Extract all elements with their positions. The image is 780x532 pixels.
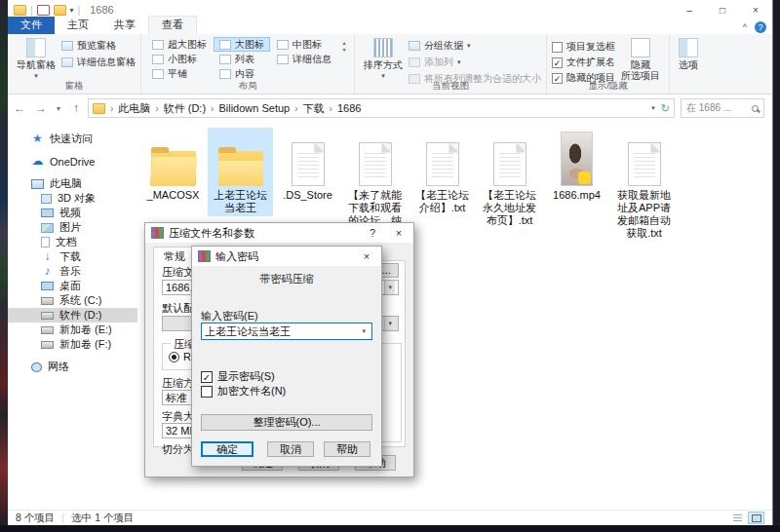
chevron-down-icon[interactable]: ▾ (359, 323, 369, 339)
search-input[interactable]: 在 1686 ... (681, 98, 764, 118)
help-icon[interactable]: ? (755, 21, 766, 33)
help-button[interactable]: 帮助 (324, 441, 370, 457)
icon-wrap (561, 130, 593, 186)
view-list[interactable]: 列表 (214, 52, 270, 66)
sidebar-item-pictures[interactable]: 图片 (8, 220, 137, 235)
back-button[interactable]: ← (10, 101, 29, 115)
dialog-help-icon[interactable]: ? (362, 227, 383, 239)
breadcrumb-drive-d[interactable]: 软件 (D:) (164, 101, 206, 116)
checkbox-checked-icon: ✓ (552, 57, 563, 68)
view-content[interactable]: 内容 (214, 66, 270, 81)
sidebar-item-videos[interactable]: 视频 (8, 206, 137, 220)
preview-pane-button[interactable]: 预览窗格 (61, 39, 136, 53)
details-view-toggle[interactable] (729, 512, 746, 524)
sidebar-item-quick-access[interactable]: ★快速访问 (8, 132, 137, 146)
collapse-ribbon-icon[interactable]: ^ (743, 22, 747, 32)
show-password-checkbox[interactable]: ✓ 显示密码(S) (201, 369, 275, 384)
refresh-icon[interactable]: ↻ (661, 102, 670, 115)
drive-icon (41, 326, 54, 334)
breadcrumb-bilidown[interactable]: Bilidown Setup (218, 102, 290, 114)
close-button[interactable]: × (739, 0, 772, 19)
file-item-dsstore[interactable]: .DS_Store (275, 128, 340, 204)
sidebar-item-drive-c[interactable]: 系统 (C:) (8, 293, 137, 308)
status-bar: 8 个项目 选中 1 个项目 (8, 510, 772, 525)
sidebar-item-music[interactable]: ♪音乐 (8, 264, 137, 279)
file-item-video[interactable]: 1686.mp4 (544, 128, 609, 204)
forward-button[interactable]: → (31, 101, 51, 115)
icons-view-toggle[interactable] (748, 512, 764, 524)
password-heading: 带密码压缩 (192, 272, 381, 286)
view-label: 大图标 (235, 38, 264, 52)
file-item-txt-4[interactable]: 获取最新地址及APP请发邮箱自动获取.txt (611, 128, 677, 242)
document-icon (493, 142, 526, 186)
view-extra-large-icons[interactable]: 超大图标 (146, 37, 213, 52)
details-pane-button[interactable]: 详细信息窗格 (61, 56, 136, 69)
sidebar-item-desktop[interactable]: 桌面 (8, 279, 137, 293)
sidebar-item-downloads[interactable]: ↓下载 (8, 249, 137, 264)
sort-by-button[interactable]: 排序方式 ▾ (360, 37, 407, 82)
dialog-title-bar[interactable]: 压缩文件名和参数 ? × (145, 223, 413, 243)
breadcrumb[interactable]: › 此电脑 › 软件 (D:) › Bilidown Setup › 下载 › … (88, 98, 675, 118)
view-tiles[interactable]: 平铺 (146, 66, 213, 81)
new-folder-icon[interactable] (54, 5, 66, 16)
properties-icon[interactable] (37, 5, 50, 16)
ok-button[interactable]: 确定 (201, 441, 254, 457)
options-button[interactable]: 选项 (675, 37, 702, 71)
drive-icon (41, 297, 54, 305)
breadcrumb-1686[interactable]: 1686 (337, 102, 361, 114)
tab-home[interactable]: 主页 (55, 17, 101, 34)
view-medium-icons[interactable]: 中图标 (271, 37, 337, 52)
sidebar-item-drive-e[interactable]: 新加卷 (E:) (8, 323, 137, 337)
file-item-macosx[interactable]: _MACOSX (140, 128, 206, 204)
dialog-title-bar[interactable]: 输入密码 × (192, 247, 381, 266)
tab-view[interactable]: 查看 (148, 16, 197, 34)
sidebar-item-onedrive[interactable]: ☁OneDrive (8, 154, 137, 169)
view-details[interactable]: 详细信息 (271, 52, 337, 66)
address-dropdown-icon[interactable]: ▾ (651, 104, 655, 112)
breadcrumb-this-pc[interactable]: 此电脑 (118, 101, 150, 116)
item-checkboxes-checkbox[interactable]: 项目复选框 (552, 40, 615, 54)
recent-locations-icon[interactable]: ▾ (53, 104, 64, 113)
minimize-button[interactable]: – (673, 0, 706, 19)
hide-selected-button[interactable]: 隐藏 所选项目 (617, 37, 664, 82)
file-label: 1686.mp4 (553, 189, 601, 202)
file-extensions-checkbox[interactable]: ✓ 文件扩展名 (552, 56, 615, 69)
password-input[interactable]: 上老王论坛当老王 ▾ (201, 323, 372, 340)
file-item-txt-2[interactable]: 【老王论坛介绍】.txt (410, 128, 475, 216)
cube-icon (41, 194, 52, 204)
dialog-close-icon[interactable]: × (356, 250, 377, 262)
dialog-close-icon[interactable]: × (388, 227, 410, 239)
file-item-txt-3[interactable]: 【老王论坛永久地址发布页】.txt (477, 128, 542, 229)
maximize-button[interactable]: □ (706, 0, 739, 19)
organize-passwords-button[interactable]: 整理密码(O)... (201, 414, 372, 431)
sidebar-item-drive-d[interactable]: 软件 (D:) (8, 308, 137, 323)
ribbon-group-layout: 超大图标 大图标 中图标 小图标 列表 详细信息 平铺 内容 ▴ ▾ 布局 (141, 34, 355, 94)
view-large-icons[interactable]: 大图标 (214, 37, 270, 52)
group-label-layout: 布局 (141, 80, 354, 93)
sidebar-item-drive-f[interactable]: 新加卷 (F:) (8, 337, 137, 352)
window-controls: – □ × (673, 0, 772, 19)
sidebar-item-this-pc[interactable]: 此电脑 (8, 176, 137, 191)
sidebar-item-documents[interactable]: 文档 (8, 235, 137, 249)
breadcrumb-downloads[interactable]: 下载 (303, 101, 325, 116)
encrypt-filenames-checkbox[interactable]: 加密文件名(N) (201, 384, 286, 399)
tab-general[interactable]: 常规 (153, 247, 196, 266)
customize-qat-icon[interactable]: ▾ (70, 6, 74, 15)
view-small-icons[interactable]: 小图标 (146, 52, 213, 66)
chevron-down-icon[interactable]: ▾ (384, 281, 395, 294)
sidebar-item-network[interactable]: 网络 (8, 360, 137, 374)
file-item-selected-folder[interactable]: 上老王论坛当老王 (208, 128, 273, 216)
chevron-down-icon[interactable]: ▾ (384, 317, 395, 330)
sidebar-item-3d-objects[interactable]: 3D 对象 (8, 191, 137, 206)
layout-scrollbar[interactable]: ▴ ▾ (339, 37, 349, 55)
up-button[interactable]: ↑ (66, 101, 86, 115)
nav-pane-button[interactable]: 导航窗格 ▾ (13, 37, 59, 82)
add-columns-button[interactable]: 添加列 ▾ (409, 56, 541, 69)
cancel-button[interactable]: 取消 (267, 441, 314, 457)
scroll-up-icon[interactable]: ▴ (342, 39, 345, 46)
group-by-button[interactable]: 分组依据 ▾ (409, 39, 541, 53)
folder-icon[interactable] (14, 5, 26, 16)
tab-share[interactable]: 共享 (101, 17, 148, 34)
tab-file[interactable]: 文件 (8, 17, 55, 34)
scroll-down-icon[interactable]: ▾ (342, 46, 345, 53)
